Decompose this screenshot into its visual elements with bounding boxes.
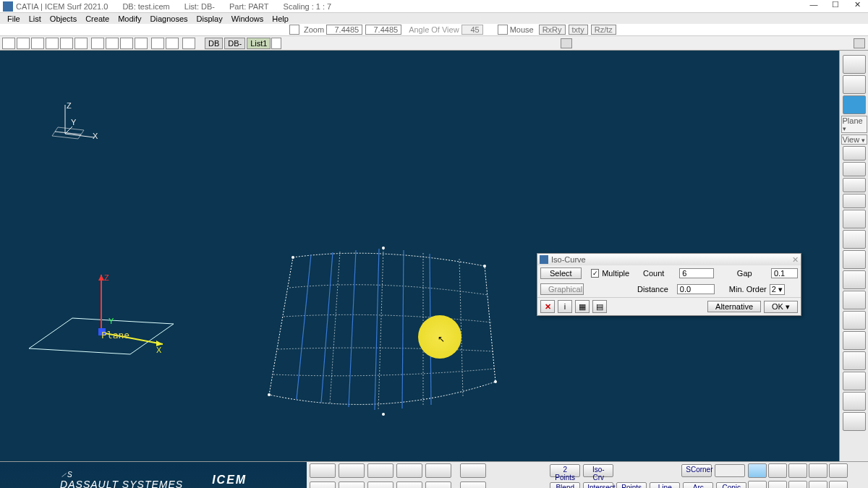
bottom-icon-11[interactable] [425, 481, 451, 488]
tab-db[interactable]: DB [205, 38, 223, 49]
right-btn-12[interactable] [843, 351, 866, 370]
corner-btn-4[interactable] [809, 463, 827, 478]
btn-isocrv[interactable]: Iso-Crv [583, 464, 613, 477]
corner-btn-3[interactable] [788, 463, 807, 478]
toolbar-btn-6[interactable] [75, 38, 88, 49]
zoom-input-b[interactable]: 7.4485 [365, 25, 401, 35]
select-button[interactable]: Select [540, 267, 582, 279]
bottom-icon-5[interactable] [425, 463, 451, 478]
bottom-icon-10[interactable] [396, 481, 422, 488]
menu-windows[interactable]: Windows [227, 14, 268, 23]
toolbar-btn-8[interactable] [106, 38, 119, 49]
right-btn-10[interactable] [843, 311, 866, 330]
corner-btn-9[interactable] [809, 481, 827, 489]
bottom-icon-3[interactable] [367, 463, 393, 478]
gap-input[interactable]: 0.1 [771, 268, 798, 278]
bottom-icon-7[interactable] [310, 481, 336, 488]
corner-btn-6[interactable] [748, 481, 767, 489]
mouse-mode-3[interactable]: Rz/tz [591, 25, 616, 35]
toolbar-end-2[interactable] [854, 38, 865, 48]
toolbar-btn-5[interactable] [60, 38, 73, 49]
btn-2points[interactable]: 2 Points [550, 464, 580, 477]
toolbar-btn-12[interactable] [166, 38, 179, 49]
right-btn-9[interactable] [843, 291, 866, 309]
right-btn-globe[interactable] [843, 392, 866, 411]
tab-db-minus[interactable]: DB- [224, 38, 245, 49]
corner-btn-8[interactable] [788, 481, 807, 489]
toolbar-btn-7[interactable] [91, 38, 104, 49]
menu-list[interactable]: List [25, 14, 46, 23]
right-btn-cloud[interactable] [843, 95, 866, 114]
mouse-icon[interactable] [498, 25, 508, 35]
bottom-icon-2[interactable] [339, 463, 365, 478]
corner-btn-2[interactable] [768, 463, 787, 478]
toolbar-btn-3[interactable] [31, 38, 44, 49]
right-btn-3x[interactable] [843, 162, 866, 176]
btn-line[interactable]: Line [650, 482, 680, 488]
toolbar-btn-1[interactable] [2, 38, 15, 49]
bottom-icon-12[interactable] [460, 481, 486, 488]
right-btn-z2[interactable] [843, 194, 866, 208]
toolbar-btn-11[interactable] [151, 38, 164, 49]
dialog-cancel-icon[interactable]: ✕ [540, 300, 555, 313]
toolbar-btn-4[interactable] [46, 38, 59, 49]
corner-btn-10[interactable] [829, 481, 848, 489]
btn-empty-r1[interactable] [715, 464, 745, 477]
maximize-button[interactable]: ☐ [825, 1, 846, 12]
right-btn-5[interactable] [843, 210, 866, 228]
zoom-icon[interactable] [289, 25, 299, 35]
graphical-button[interactable]: Graphical [540, 283, 584, 295]
dialog-tool-icon-2[interactable]: ▤ [592, 300, 607, 313]
menu-diagnoses[interactable]: Diagnoses [146, 14, 192, 23]
dialog-info-icon[interactable]: i [558, 300, 572, 313]
ok-button[interactable]: OK ▾ [764, 301, 798, 313]
right-btn-z[interactable] [843, 146, 866, 160]
close-button[interactable]: ✕ [846, 1, 868, 12]
menu-file[interactable]: File [3, 14, 25, 23]
btn-intersect[interactable]: Intersect [583, 482, 613, 488]
btn-scorner[interactable]: SCorner [681, 464, 712, 477]
distance-input[interactable]: 0.0 [677, 284, 715, 294]
menu-objects[interactable]: Objects [46, 14, 81, 23]
bottom-icon-6[interactable] [460, 463, 486, 478]
corner-btn-1[interactable] [748, 463, 767, 478]
bottom-icon-1[interactable] [310, 463, 336, 478]
right-btn-13[interactable] [843, 372, 866, 390]
multiple-checkbox[interactable]: ✓ [591, 269, 599, 278]
right-view-drop[interactable]: View ▾ [841, 134, 867, 145]
toolbar-btn-10[interactable] [135, 38, 148, 49]
menu-help[interactable]: Help [268, 14, 293, 23]
toolbar-btn-2[interactable] [17, 38, 30, 49]
toolbar-end-1[interactable] [561, 38, 572, 48]
viewport-3d[interactable]: Z Y X Z X Y Plane [0, 51, 839, 461]
dialog-tool-icon-1[interactable]: ▦ [575, 300, 590, 313]
count-input[interactable]: 6 [679, 268, 714, 278]
corner-btn-5[interactable] [829, 463, 848, 478]
right-btn-11[interactable] [843, 331, 866, 350]
right-btn-7[interactable] [843, 250, 866, 269]
menu-display[interactable]: Display [192, 14, 227, 23]
dialog-titlebar[interactable]: Iso-Curve ✕ [537, 254, 801, 265]
tab-list1[interactable]: List1 [247, 38, 271, 49]
menu-modify[interactable]: Modify [114, 14, 145, 23]
minimize-button[interactable]: — [803, 1, 825, 12]
alternative-button[interactable]: Alternative [707, 301, 761, 312]
toolbar-btn-13[interactable] [182, 38, 195, 49]
bottom-icon-4[interactable] [396, 463, 422, 478]
minorder-select[interactable]: 2 ▾ [770, 284, 785, 295]
right-btn-8[interactable] [843, 270, 866, 289]
btn-points[interactable]: Points [616, 482, 647, 488]
menu-create[interactable]: Create [81, 14, 114, 23]
right-btn-cube[interactable] [843, 75, 866, 94]
right-btn-6[interactable] [843, 230, 866, 249]
right-btn-15[interactable] [843, 412, 866, 431]
dialog-close-button[interactable]: ✕ [792, 255, 799, 265]
btn-conic[interactable]: Conic [716, 482, 746, 488]
corner-btn-7[interactable] [768, 481, 787, 489]
tab-close[interactable] [271, 38, 281, 49]
btn-arc[interactable]: Arc [683, 482, 713, 488]
right-btn-eye[interactable] [843, 55, 866, 74]
bottom-icon-8[interactable] [339, 481, 365, 488]
bottom-icon-9[interactable] [367, 481, 393, 488]
btn-blend[interactable]: Blend [550, 482, 580, 488]
